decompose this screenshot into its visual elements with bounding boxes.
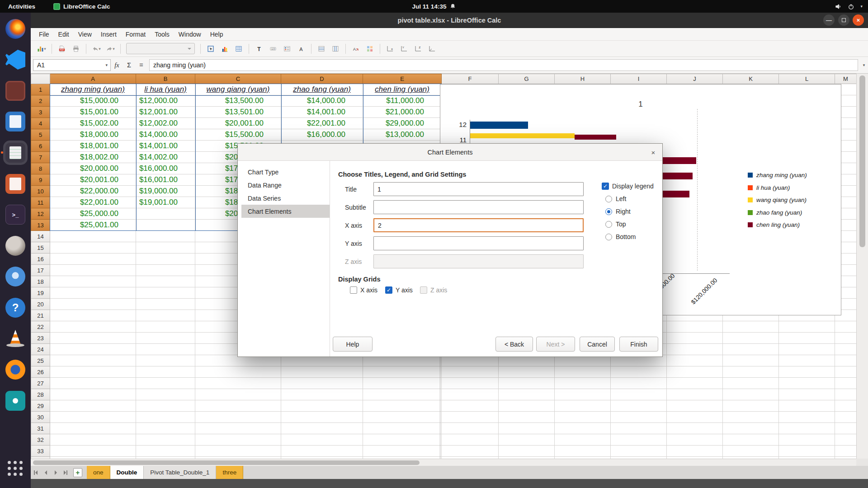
row-header-28[interactable]: 28 xyxy=(31,389,50,400)
menu-format[interactable]: Format xyxy=(121,28,150,40)
insert-labels-icon[interactable]: 123 xyxy=(267,42,279,55)
dialog-input-y-axis[interactable] xyxy=(373,236,584,250)
row-header-19[interactable]: 19 xyxy=(31,287,50,299)
first-sheet-button[interactable] xyxy=(31,468,41,478)
row-header-16[interactable]: 16 xyxy=(31,253,50,265)
cell-A29[interactable] xyxy=(50,400,136,412)
cell-F26[interactable] xyxy=(442,366,499,378)
row-header-31[interactable]: 31 xyxy=(31,423,50,434)
cell-H30[interactable] xyxy=(555,412,611,423)
cell-B10[interactable]: $19,000.00 xyxy=(136,186,195,197)
chart-presets-icon[interactable]: ▾ xyxy=(35,42,48,55)
row-header-29[interactable]: 29 xyxy=(31,400,50,412)
cell-C26[interactable] xyxy=(195,366,281,378)
cell-A21[interactable] xyxy=(50,310,136,321)
dialog-input-subtitle[interactable] xyxy=(373,200,584,214)
dock-item-vscode-icon[interactable] xyxy=(5,50,25,70)
cell-K24[interactable] xyxy=(723,344,779,355)
grid-checkbox-z-axis[interactable]: Z axis xyxy=(420,286,447,294)
row-header-17[interactable]: 17 xyxy=(31,265,50,276)
cell-A6[interactable]: $18,001.00 xyxy=(50,141,136,152)
cell-D5[interactable]: $16,000.00 xyxy=(281,129,363,141)
checkbox-icon[interactable] xyxy=(350,286,357,294)
cell-B20[interactable] xyxy=(136,299,195,310)
display-legend-checkbox[interactable]: ✓Display legend xyxy=(602,183,654,190)
cell-B22[interactable] xyxy=(136,321,195,333)
cell-E3[interactable]: $21,000.00 xyxy=(363,107,442,118)
cell-G33[interactable] xyxy=(499,446,555,457)
cell-A26[interactable] xyxy=(50,366,136,378)
menu-edit[interactable]: Edit xyxy=(54,28,74,40)
row-header-33[interactable]: 33 xyxy=(31,446,50,457)
cell-B8[interactable]: $16,000.00 xyxy=(136,163,195,174)
row-header-14[interactable]: 14 xyxy=(31,231,50,242)
cell-J24[interactable] xyxy=(667,344,723,355)
system-status-area[interactable]: ▾ xyxy=(835,0,863,13)
row-header-30[interactable]: 30 xyxy=(31,412,50,423)
cell-B19[interactable] xyxy=(136,287,195,299)
cell-H28[interactable] xyxy=(555,389,611,400)
cell-H29[interactable] xyxy=(555,400,611,412)
cell-L30[interactable] xyxy=(779,412,835,423)
column-header-A[interactable]: A xyxy=(50,74,136,84)
cell-D27[interactable] xyxy=(281,378,363,389)
cell-A16[interactable] xyxy=(50,253,136,265)
cell-M23[interactable] xyxy=(835,333,857,344)
cell-A33[interactable] xyxy=(50,446,136,457)
row-header-23[interactable]: 23 xyxy=(31,333,50,344)
cell-E2[interactable]: $11,000.00 xyxy=(363,95,442,107)
cell-L31[interactable] xyxy=(779,423,835,434)
cell-C28[interactable] xyxy=(195,389,281,400)
cell-D3[interactable]: $14,001.00 xyxy=(281,107,363,118)
show-applications-button[interactable] xyxy=(8,461,23,476)
cell-B3[interactable]: $12,001.00 xyxy=(136,107,195,118)
cell-M24[interactable] xyxy=(835,344,857,355)
cell-K28[interactable] xyxy=(723,389,779,400)
wizard-step-chart-elements[interactable]: Chart Elements xyxy=(241,205,330,218)
cell-A32[interactable] xyxy=(50,434,136,446)
dock-item-terminal-icon[interactable]: >_ xyxy=(5,205,25,225)
row-header-10[interactable]: 10 xyxy=(31,186,50,197)
cell-C31[interactable] xyxy=(195,423,281,434)
column-header-H[interactable]: H xyxy=(555,74,611,84)
cell-M28[interactable] xyxy=(835,389,857,400)
dialog-close-icon[interactable]: × xyxy=(649,148,658,157)
cell-J22[interactable] xyxy=(667,321,723,333)
cancel-button[interactable]: Cancel xyxy=(580,337,615,352)
cell-B5[interactable]: $14,000.00 xyxy=(136,129,195,141)
cell-I31[interactable] xyxy=(611,423,667,434)
row-header-12[interactable]: 12 xyxy=(31,208,50,220)
cell-B27[interactable] xyxy=(136,378,195,389)
cell-C1[interactable]: wang qiang (yuan) xyxy=(195,84,281,95)
cell-L33[interactable] xyxy=(779,446,835,457)
row-header-9[interactable]: 9 xyxy=(31,174,50,186)
cell-K30[interactable] xyxy=(723,412,779,423)
cell-K31[interactable] xyxy=(723,423,779,434)
cell-A22[interactable] xyxy=(50,321,136,333)
minimize-button[interactable]: — xyxy=(823,14,835,26)
checkbox-icon[interactable]: ✓ xyxy=(602,183,609,190)
cell-G29[interactable] xyxy=(499,400,555,412)
row-header-2[interactable]: 2 xyxy=(31,95,50,107)
cell-B7[interactable]: $14,002.00 xyxy=(136,152,195,163)
cell-L22[interactable] xyxy=(779,321,835,333)
cell-M30[interactable] xyxy=(835,412,857,423)
cell-D33[interactable] xyxy=(281,446,363,457)
cell-A3[interactable]: $15,001.00 xyxy=(50,107,136,118)
cell-A18[interactable] xyxy=(50,276,136,287)
select-all-corner[interactable] xyxy=(31,74,50,84)
row-header-20[interactable]: 20 xyxy=(31,299,50,310)
vertical-scrollbar[interactable] xyxy=(856,74,868,459)
legend-position-radio-left[interactable]: Left xyxy=(605,195,626,202)
cell-A10[interactable]: $22,000.00 xyxy=(50,186,136,197)
cell-B14[interactable] xyxy=(136,231,195,242)
automatic-layout-icon[interactable] xyxy=(363,42,376,55)
cell-I28[interactable] xyxy=(611,389,667,400)
dialog-input-z-axis[interactable] xyxy=(373,254,584,268)
cell-J23[interactable] xyxy=(667,333,723,344)
vertical-scrollbar-thumb[interactable] xyxy=(859,75,865,247)
cell-B23[interactable] xyxy=(136,333,195,344)
function-wizard-button[interactable]: fx xyxy=(111,59,123,71)
formula-button[interactable]: = xyxy=(135,59,147,71)
menu-window[interactable]: Window xyxy=(174,28,206,40)
